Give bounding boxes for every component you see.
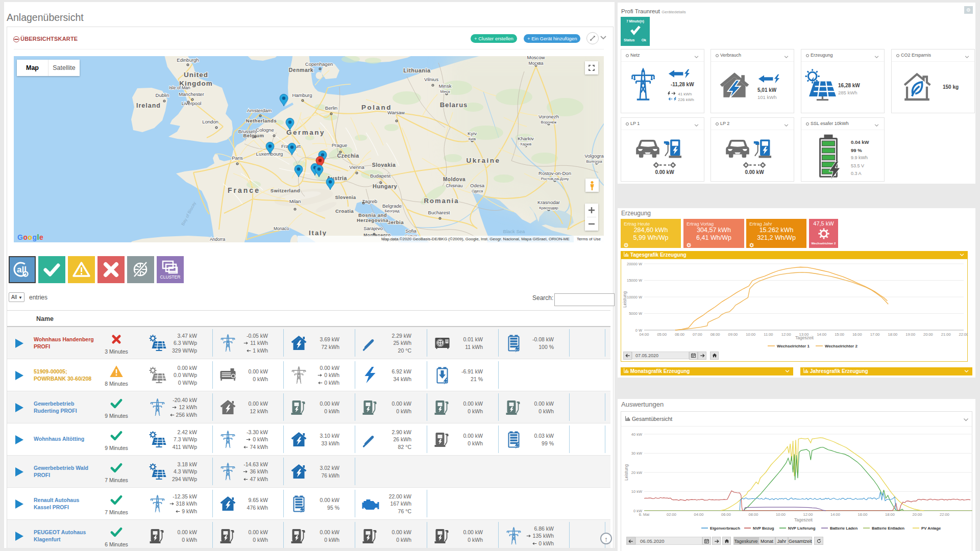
- svg-text:12:00: 12:00: [781, 332, 791, 337]
- svg-text:London: London: [202, 119, 218, 124]
- svg-text:Lithuania: Lithuania: [403, 67, 431, 73]
- svg-text:Волгогра: Волгогра: [586, 159, 602, 164]
- svg-text:Paris: Paris: [232, 155, 243, 161]
- svg-text:Leistung: Leistung: [622, 291, 627, 308]
- svg-text:15:00: 15:00: [835, 332, 844, 337]
- svg-text:Rostov-on-Don: Rostov-on-Don: [538, 170, 571, 176]
- svg-text:Sofia: Sofia: [405, 228, 416, 234]
- svg-text:21:00: 21:00: [941, 332, 951, 337]
- svg-text:Sarajevo: Sarajevo: [363, 226, 383, 231]
- svg-text:Batterie Entladen: Batterie Entladen: [872, 526, 904, 531]
- svg-text:Isle of Man: Isle of Man: [169, 85, 190, 90]
- svg-text:Москва: Москва: [528, 61, 543, 66]
- svg-text:12:00: 12:00: [803, 512, 813, 517]
- svg-text:Ireland: Ireland: [136, 102, 161, 109]
- svg-text:Chisinau: Chisinau: [446, 183, 462, 188]
- svg-text:04:00: 04:00: [640, 332, 649, 337]
- svg-text:Monaco: Monaco: [274, 226, 289, 231]
- svg-text:Hungary: Hungary: [373, 183, 398, 189]
- svg-text:Warsaw: Warsaw: [387, 110, 405, 115]
- svg-text:Moldova: Moldova: [443, 177, 465, 182]
- svg-text:Brussels: Brussels: [238, 129, 257, 134]
- svg-text:Czechia: Czechia: [337, 153, 359, 159]
- svg-text:Romania: Romania: [424, 197, 459, 205]
- svg-text:20:00: 20:00: [913, 512, 922, 517]
- svg-text:Харків: Харків: [520, 142, 531, 146]
- svg-text:Vienna: Vienna: [349, 164, 364, 170]
- svg-text:Wechselrichter 1: Wechselrichter 1: [777, 344, 810, 348]
- svg-text:17:00: 17:00: [870, 332, 880, 337]
- svg-text:Minsk: Minsk: [439, 83, 452, 89]
- svg-text:Copenhagen: Copenhagen: [305, 61, 333, 67]
- svg-text:Dublin: Dublin: [156, 92, 169, 98]
- svg-text:Voronezh: Voronezh: [538, 114, 559, 119]
- svg-text:18:00: 18:00: [885, 512, 895, 517]
- svg-text:22:00: 22:00: [959, 332, 968, 337]
- svg-text:20000 W: 20000 W: [627, 262, 643, 266]
- svg-text:all: all: [17, 265, 27, 274]
- svg-text:Amsterdam: Amsterdam: [247, 108, 272, 113]
- svg-text:06:00: 06:00: [675, 332, 684, 337]
- svg-text:Одеса: Одеса: [472, 189, 483, 193]
- svg-text:15000 W: 15000 W: [627, 278, 643, 283]
- svg-text:Tageszeit: Tageszeit: [795, 335, 814, 340]
- svg-text:20 kW: 20 kW: [631, 470, 643, 475]
- svg-text:Budapest: Budapest: [370, 173, 391, 179]
- svg-text:Odesa: Odesa: [470, 183, 485, 188]
- svg-text:08:00: 08:00: [710, 332, 720, 337]
- svg-text:NVP Bezug: NVP Bezug: [753, 526, 774, 531]
- svg-text:Serbia: Serbia: [387, 219, 404, 225]
- svg-text:France: France: [228, 186, 260, 194]
- svg-text:16:00: 16:00: [858, 512, 868, 517]
- svg-text:Berlin: Berlin: [325, 105, 337, 111]
- svg-text:Belarus: Belarus: [440, 101, 468, 109]
- svg-text:Slovenia: Slovenia: [335, 195, 356, 200]
- svg-text:Bucharest: Bucharest: [428, 210, 450, 215]
- svg-text:19:00: 19:00: [905, 332, 915, 337]
- svg-text:NVP Lieferung: NVP Lieferung: [788, 526, 816, 531]
- svg-text:Krasnodar: Krasnodar: [537, 199, 560, 205]
- svg-text:Black Sea: Black Sea: [503, 229, 525, 234]
- svg-text:Kharkiv: Kharkiv: [518, 136, 534, 141]
- svg-text:Kyiv: Kyiv: [468, 131, 477, 136]
- svg-text:Volgogra: Volgogra: [584, 153, 604, 159]
- svg-text:16:00: 16:00: [852, 332, 862, 337]
- svg-text:Cologne: Cologne: [256, 127, 274, 133]
- svg-text:06:00: 06:00: [721, 512, 731, 517]
- svg-text:05:00: 05:00: [657, 332, 667, 337]
- svg-text:40 kW: 40 kW: [631, 432, 643, 437]
- svg-text:10:00: 10:00: [776, 512, 786, 517]
- svg-text:14:00: 14:00: [817, 332, 826, 337]
- svg-text:PV Anlage: PV Anlage: [921, 526, 941, 531]
- svg-text:Belgrade: Belgrade: [382, 203, 402, 209]
- svg-text:Wechselrichter 2: Wechselrichter 2: [825, 344, 857, 348]
- svg-text:11:00: 11:00: [764, 332, 773, 337]
- svg-text:Milan: Milan: [289, 198, 301, 204]
- svg-text:Netherlands: Netherlands: [246, 118, 277, 123]
- svg-text:Batterie Laden: Batterie Laden: [830, 526, 857, 531]
- svg-text:CLUSTER: CLUSTER: [160, 274, 180, 280]
- svg-text:Denmark: Denmark: [289, 67, 313, 73]
- svg-text:Andorra: Andorra: [210, 237, 226, 242]
- svg-text:10 kW: 10 kW: [631, 489, 643, 494]
- svg-text:30 kW: 30 kW: [631, 451, 643, 456]
- svg-text:Moscow: Moscow: [527, 56, 545, 60]
- svg-text:22:00: 22:00: [940, 512, 949, 517]
- svg-text:Tageszeit: Tageszeit: [794, 517, 813, 522]
- svg-text:Београд: Београд: [385, 209, 400, 213]
- svg-text:6. Mai: 6. Mai: [639, 512, 650, 517]
- svg-text:Eigenverbrauch: Eigenverbrauch: [710, 526, 740, 531]
- svg-text:02:00: 02:00: [667, 512, 676, 517]
- svg-text:5000 W: 5000 W: [629, 311, 643, 316]
- svg-text:20:00: 20:00: [923, 332, 933, 337]
- svg-text:Мінск: Мінск: [440, 89, 450, 94]
- svg-text:Croatia: Croatia: [335, 208, 354, 214]
- svg-text:09:00: 09:00: [728, 332, 738, 337]
- svg-text:08:00: 08:00: [749, 512, 758, 517]
- svg-text:Prague: Prague: [332, 142, 348, 148]
- svg-text:Ростов-на-Дону: Ростов-на-Дону: [541, 177, 569, 181]
- svg-text:Herzegovina: Herzegovina: [357, 217, 388, 223]
- svg-text:Київ: Київ: [469, 137, 476, 141]
- svg-text:Hamburg: Hamburg: [292, 92, 312, 98]
- svg-text:Edinburgh: Edinburgh: [177, 57, 199, 63]
